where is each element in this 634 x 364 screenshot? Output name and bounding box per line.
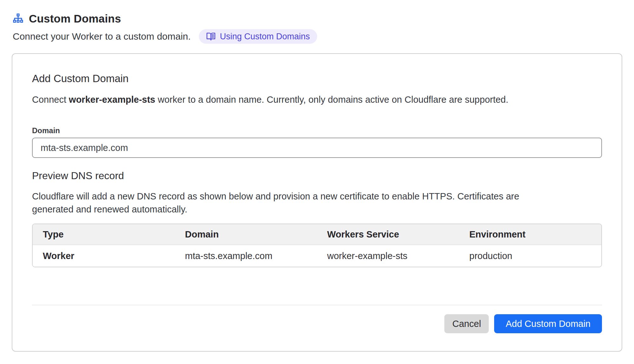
column-header-workers-service: Workers Service [317,229,459,240]
cancel-button[interactable]: Cancel [444,314,489,333]
cell-workers-service: worker-example-sts [317,251,459,261]
cell-environment: production [459,251,601,261]
domain-field-label: Domain [32,127,602,134]
doc-link-label: Using Custom Domains [220,32,310,42]
custom-domains-page: Custom Domains Connect your Worker to a … [0,0,634,352]
page-header: Custom Domains [13,12,634,25]
add-custom-domain-card: Add Custom Domain Connect worker-example… [12,53,622,352]
description-suffix: worker to a domain name. Currently, only… [155,94,508,105]
table-row: Worker mta-sts.example.com worker-exampl… [33,245,601,267]
card-description: Connect worker-example-sts worker to a d… [32,93,602,106]
preview-desc-line1: Cloudflare will add a new DNS record as … [32,190,602,203]
column-header-type: Type [33,229,175,240]
worker-name: worker-example-sts [69,94,155,105]
footer-divider [32,305,602,305]
add-custom-domain-button[interactable]: Add Custom Domain [494,314,602,333]
dns-preview-table: Type Domain Workers Service Environment … [32,224,602,267]
preview-desc-line2: generated and renewed automatically. [32,203,602,216]
preview-dns-title: Preview DNS record [32,169,602,182]
sitemap-icon [13,13,23,24]
domain-input[interactable] [32,138,602,158]
preview-dns-description: Cloudflare will add a new DNS record as … [32,190,602,216]
card-actions: Cancel Add Custom Domain [32,314,602,333]
page-subtitle-row: Connect your Worker to a custom domain. … [13,29,634,44]
cell-type: Worker [33,251,175,261]
table-header-row: Type Domain Workers Service Environment [33,224,601,245]
card-title: Add Custom Domain [32,72,602,85]
page-title: Custom Domains [29,12,121,25]
column-header-environment: Environment [459,229,601,240]
column-header-domain: Domain [175,229,317,240]
page-subtitle: Connect your Worker to a custom domain. [13,31,191,42]
using-custom-domains-doc-link[interactable]: Using Custom Domains [199,29,317,44]
description-prefix: Connect [32,94,69,105]
book-open-icon [206,32,216,41]
cell-domain: mta-sts.example.com [175,251,317,261]
